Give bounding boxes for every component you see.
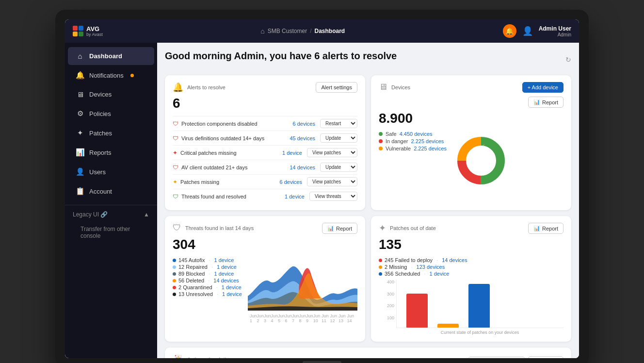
patches-bar-chart: 400300200100 bbox=[379, 280, 564, 335]
svg-point-3 bbox=[467, 147, 495, 174]
patches-report-button[interactable]: 📊 Report bbox=[528, 223, 564, 234]
dashboard-icon: ⌂ bbox=[76, 52, 84, 60]
blocked-dot bbox=[173, 272, 176, 276]
main-content: Good morning Admin, you have 6 alerts to… bbox=[157, 43, 579, 358]
add-device-button[interactable]: + Add device bbox=[522, 82, 564, 93]
alerts-title-area: 🔔 Alerts to resolve bbox=[173, 82, 225, 93]
threat-row-2: 12 Repaired · 1 device bbox=[173, 264, 242, 270]
patches-icon: ✦ bbox=[76, 129, 84, 137]
sidebar-item-policies[interactable]: ⚙ Policies bbox=[68, 104, 154, 123]
subscriptions-title-area: 🃏 Active subscriptions bbox=[173, 354, 234, 358]
threats-card-header: 🛡 Threats found in last 14 days 📊 Report bbox=[173, 223, 357, 234]
reports-icon: 📊 bbox=[76, 148, 84, 157]
devices-card-title: Devices bbox=[391, 84, 410, 90]
threats-report-button[interactable]: 📊 Report bbox=[322, 223, 357, 234]
devices-icon: 🖥 bbox=[76, 90, 84, 99]
bar-failed bbox=[406, 294, 428, 328]
patches-chart-subtitle: Current state of patches on your devices bbox=[396, 330, 564, 335]
threats-card-icon: 🛡 bbox=[173, 223, 181, 233]
alert-action-6[interactable]: View threats bbox=[309, 192, 357, 201]
notifications-icon: 🔔 bbox=[76, 71, 84, 80]
top-bar: AVG by Avast ⌂ SMB Customer / Dashboard … bbox=[65, 19, 579, 43]
devices-legend: Safe 4.450 devices In danger 2.225 devic… bbox=[379, 131, 447, 153]
subscriptions-report-button[interactable]: 📊 Report bbox=[528, 356, 564, 358]
devices-report-button[interactable]: 📊 Report bbox=[528, 97, 564, 108]
sidebar-label-devices: Devices bbox=[89, 91, 112, 98]
x-axis-labels: Jun 1Jun 2Jun 3Jun 4 Jun 5Jun 6Jun 7Jun … bbox=[248, 314, 357, 323]
person-icon: 👤 bbox=[522, 26, 533, 36]
legend-vuln: Vulnerable 2.225 devices bbox=[379, 146, 447, 151]
subscriptions-card-actions: Use activation code 📊 Report bbox=[468, 354, 564, 358]
threat-row-1: 145 Autofix · 1 device bbox=[173, 257, 242, 263]
sidebar-item-account[interactable]: 📋 Account bbox=[68, 182, 154, 200]
patches-card: ✦ Patches out of date 📊 Report 135 bbox=[371, 216, 571, 342]
sidebar-item-reports[interactable]: 📊 Reports bbox=[68, 143, 154, 162]
alert-settings-button[interactable]: Alert settings bbox=[316, 82, 357, 93]
alert-icon-1: 🛡 bbox=[173, 120, 178, 127]
alert-row-6: 🛡 Threats found and resolved 1 device Vi… bbox=[173, 189, 357, 203]
threats-area-chart: Jun 1Jun 2Jun 3Jun 4 Jun 5Jun 6Jun 7Jun … bbox=[248, 257, 357, 323]
logo-text: AVG by Avast bbox=[86, 26, 103, 37]
breadcrumb-current: Dashboard bbox=[314, 28, 345, 34]
report-icon-threats: 📊 bbox=[327, 225, 334, 231]
unresolved-dot bbox=[173, 293, 176, 296]
refresh-icon[interactable]: ↻ bbox=[565, 56, 571, 64]
alert-action-3[interactable]: View patches bbox=[307, 148, 357, 157]
threats-title-area: 🛡 Threats found in last 14 days bbox=[173, 223, 254, 233]
missing-dot bbox=[379, 265, 382, 269]
patch-row-3: 356 Scheduled · 1 device bbox=[379, 271, 564, 277]
legend-safe: Safe 4.450 devices bbox=[379, 131, 447, 137]
sidebar-label-account: Account bbox=[89, 188, 112, 195]
sidebar-label-dashboard: Dashboard bbox=[89, 52, 122, 60]
sidebar-item-devices[interactable]: 🖥 Devices bbox=[68, 85, 154, 103]
alerts-card-header: 🔔 Alerts to resolve Alert settings bbox=[173, 82, 357, 93]
deleted-dot bbox=[173, 279, 176, 282]
legacy-header[interactable]: Legacy UI 🔗 ▲ bbox=[65, 207, 157, 222]
threat-row-6: 13 Unresolved · 1 device bbox=[173, 291, 242, 297]
alerts-icon: 🔔 bbox=[173, 82, 183, 93]
sidebar-item-dashboard[interactable]: ⌂ Dashboard bbox=[68, 47, 154, 65]
sidebar-item-patches[interactable]: ✦ Patches bbox=[68, 124, 154, 142]
repaired-dot bbox=[173, 265, 176, 269]
alert-action-1[interactable]: Restart bbox=[320, 119, 357, 128]
alert-action-2[interactable]: Update bbox=[320, 133, 357, 143]
sidebar-label-patches: Patches bbox=[89, 130, 112, 137]
bar-scheduled bbox=[468, 284, 490, 328]
subscriptions-card-icon: 🃏 bbox=[173, 354, 183, 358]
sidebar-item-users[interactable]: 👤 Users bbox=[68, 163, 154, 181]
sidebar-label-reports: Reports bbox=[89, 149, 112, 156]
threat-row-5: 2 Quarantined · 1 device bbox=[173, 284, 242, 290]
patches-card-header: ✦ Patches out of date 📊 Report bbox=[379, 223, 564, 234]
legacy-chevron: ▲ bbox=[144, 211, 149, 218]
threats-card-title: Threats found in last 14 days bbox=[185, 225, 254, 231]
threat-row-4: 56 Deleted · 14 devices bbox=[173, 278, 242, 283]
users-icon: 👤 bbox=[76, 167, 84, 176]
logo-icon bbox=[73, 26, 83, 36]
breadcrumb-home[interactable]: SMB Customer bbox=[268, 28, 307, 34]
alert-icon-3: ✦ bbox=[173, 149, 177, 156]
alert-icon-5: ✦ bbox=[173, 179, 177, 185]
danger-dot bbox=[379, 139, 383, 143]
devices-count: 8.900 bbox=[379, 111, 564, 126]
report-icon-devices: 📊 bbox=[533, 99, 540, 105]
use-activation-code-button[interactable]: Use activation code bbox=[468, 357, 525, 358]
alerts-count: 6 bbox=[173, 96, 357, 111]
alert-action-4[interactable]: Update bbox=[320, 163, 357, 172]
threats-card: 🛡 Threats found in last 14 days 📊 Report… bbox=[165, 216, 365, 342]
subscriptions-card: 🃏 Active subscriptions Use activation co… bbox=[165, 347, 571, 358]
devices-card: 🖥 Devices + Add device 📊 Report bbox=[371, 75, 571, 210]
subscriptions-card-header: 🃏 Active subscriptions Use activation co… bbox=[173, 354, 564, 358]
user-info: Admin User Admin bbox=[539, 25, 571, 37]
devices-card-actions: + Add device 📊 Report bbox=[522, 82, 564, 108]
policies-icon: ⚙ bbox=[76, 109, 84, 118]
app-body: ⌂ Dashboard 🔔 Notifications 🖥 Devices ⚙ … bbox=[65, 43, 579, 358]
sidebar-item-transfer[interactable]: Transfer from other console bbox=[65, 222, 157, 243]
legacy-section: Legacy UI 🔗 ▲ Transfer from other consol… bbox=[65, 205, 157, 243]
notification-icon[interactable]: 🔔 bbox=[503, 24, 516, 38]
sidebar-item-notifications[interactable]: 🔔 Notifications bbox=[68, 66, 154, 84]
patch-row-2: 2 Missing · 123 devices bbox=[379, 264, 564, 270]
alert-action-5[interactable]: View patches bbox=[307, 177, 357, 186]
notification-badge bbox=[130, 74, 134, 77]
user-name: Admin User bbox=[539, 25, 571, 32]
legend-danger: In danger 2.225 devices bbox=[379, 138, 447, 144]
